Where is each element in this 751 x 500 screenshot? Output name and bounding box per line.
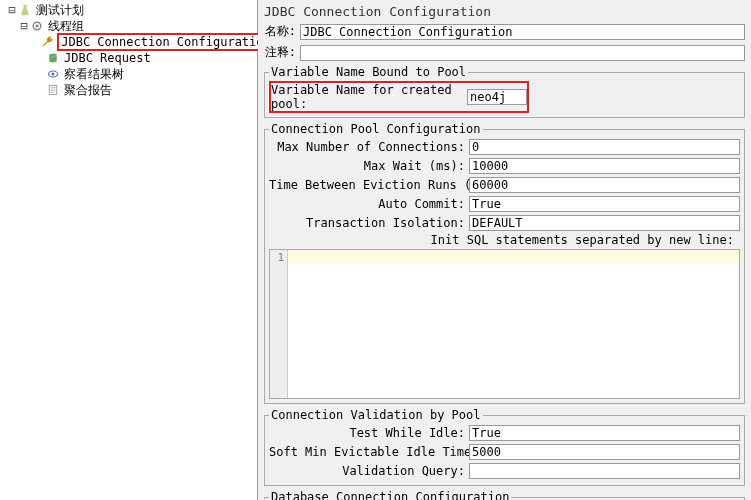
wrench-icon [41,35,55,49]
svg-point-4 [52,73,55,76]
tree-panel: ⊟ 测试计划 ⊟ 线程组 JDBC Connection Configurati… [0,0,258,500]
tree-item-aggregate-report[interactable]: 聚合报告 [2,82,255,98]
tree-label: JDBC Request [62,51,153,65]
validation-query-input[interactable] [469,463,740,479]
tree-label: JDBC Connection Configuration [57,33,275,51]
flask-icon [18,3,32,17]
svg-point-1 [36,25,39,28]
comment-label: 注释: [264,44,300,61]
pool-var-input[interactable] [467,89,527,105]
isolation-input[interactable] [469,215,740,231]
pool-variable-fieldset: Variable Name Bound to Pool Variable Nam… [264,65,745,118]
soft-min-label: Soft Min Evictable Idle Time(ms): [269,445,469,459]
max-wait-input[interactable] [469,158,740,174]
database-icon [46,51,60,65]
page-title: JDBC Connection Configuration [264,4,745,19]
name-input[interactable] [300,24,745,40]
config-panel: JDBC Connection Configuration 名称: 注释: Va… [258,0,751,500]
pool-variable-legend: Variable Name Bound to Pool [269,65,468,79]
tree-label: 察看结果树 [62,66,126,83]
tree-item-view-results[interactable]: 察看结果树 [2,66,255,82]
test-idle-input[interactable] [469,425,740,441]
svg-point-2 [49,54,57,57]
connection-pool-fieldset: Connection Pool Configuration Max Number… [264,122,745,404]
gutter: 1 [270,250,288,398]
tree-item-jdbc-request[interactable]: JDBC Request [2,50,255,66]
collapse-icon[interactable]: ⊟ [6,3,18,17]
tree-label: 测试计划 [34,2,86,19]
max-wait-label: Max Wait (ms): [269,159,469,173]
autocommit-label: Auto Commit: [269,197,469,211]
gear-icon [30,19,44,33]
eviction-input[interactable] [469,177,740,193]
comment-input[interactable] [300,45,745,61]
init-sql-editor[interactable]: 1 [269,249,740,399]
tree-item-jdbc-config[interactable]: JDBC Connection Configuration [2,34,255,50]
eye-icon [46,67,60,81]
name-label: 名称: [264,23,300,40]
init-sql-label: Init SQL statements separated by new lin… [269,233,740,247]
validation-query-label: Validation Query: [269,464,469,478]
tree-label: 聚合报告 [62,82,114,99]
isolation-label: Transaction Isolation: [269,216,469,230]
tree-thread-group[interactable]: ⊟ 线程组 [2,18,255,34]
validation-fieldset: Connection Validation by Pool Test While… [264,408,745,486]
collapse-icon[interactable]: ⊟ [18,19,30,33]
report-icon [46,83,60,97]
pool-var-label: Variable Name for created pool: [271,83,467,111]
soft-min-input[interactable] [469,444,740,460]
connection-pool-legend: Connection Pool Configuration [269,122,483,136]
tree-label: 线程组 [46,18,86,35]
tree-root[interactable]: ⊟ 测试计划 [2,2,255,18]
db-connection-fieldset: Database Connection Configuration Databa… [264,490,745,500]
max-conn-label: Max Number of Connections: [269,140,469,154]
eviction-label: Time Between Eviction Runs (ms): [269,178,469,192]
max-conn-input[interactable] [469,139,740,155]
validation-legend: Connection Validation by Pool [269,408,483,422]
db-connection-legend: Database Connection Configuration [269,490,511,500]
test-idle-label: Test While Idle: [269,426,469,440]
autocommit-input[interactable] [469,196,740,212]
